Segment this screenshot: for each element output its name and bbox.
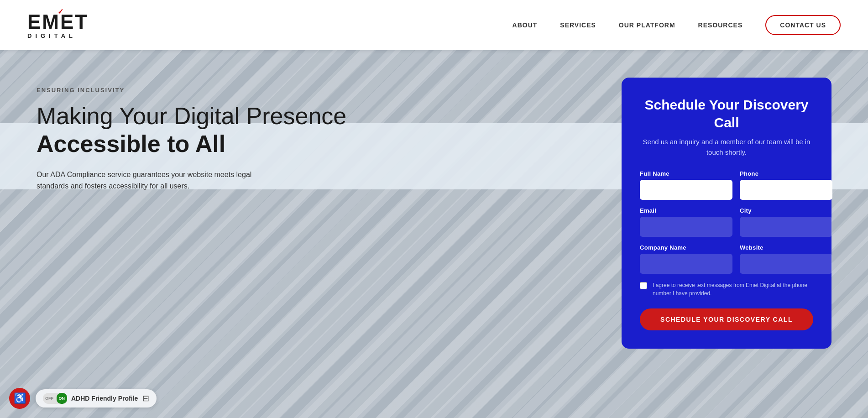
nav-resources[interactable]: RESOURCES	[698, 21, 743, 29]
hero-tagline: ENSURING INCLUSIVITY	[37, 87, 603, 94]
website-input[interactable]	[740, 254, 832, 274]
email-input[interactable]	[640, 217, 732, 237]
form-title: Schedule Your Discovery Call	[640, 96, 813, 131]
form-subtitle: Send us an inquiry and a member of our t…	[640, 137, 813, 157]
person-icon: ♿	[14, 392, 26, 404]
city-label: City	[740, 207, 832, 214]
consent-row: I agree to receive text messages from Em…	[640, 281, 813, 298]
form-group-company: Company Name	[640, 244, 732, 274]
nav-platform[interactable]: OUR PLATFORM	[619, 21, 675, 29]
nav-about[interactable]: ABOUT	[512, 21, 538, 29]
form-row-2: Email City	[640, 207, 813, 237]
hero-description: Our ADA Compliance service guarantees yo…	[37, 169, 274, 192]
consent-checkbox[interactable]	[640, 282, 647, 289]
logo-checkmark-icon: ✓	[58, 8, 65, 16]
site-header: EM✓ET DIGITAL ABOUT SERVICES OUR PLATFOR…	[0, 0, 868, 50]
form-group-fullname: Full Name	[640, 170, 732, 200]
logo-main-text: EM✓ET	[27, 12, 89, 32]
hero-section: ENSURING INCLUSIVITY Making Your Digital…	[37, 78, 603, 192]
logo-sub-text: DIGITAL	[27, 33, 89, 39]
website-label: Website	[740, 244, 832, 251]
company-label: Company Name	[640, 244, 732, 251]
phone-label: Phone	[740, 170, 832, 177]
form-group-phone: Phone	[740, 170, 832, 200]
discovery-form-card: Schedule Your Discovery Call Send us an …	[622, 78, 831, 349]
accessibility-toggle-panel: OFF ON ADHD Friendly Profile ⊟	[36, 389, 157, 408]
logo: EM✓ET DIGITAL	[27, 12, 89, 39]
submit-button[interactable]: SCHEDULE YOUR DISCOVERY CALL	[640, 308, 813, 330]
profile-icon[interactable]: ⊟	[142, 393, 149, 403]
form-row-1: Full Name Phone	[640, 170, 813, 200]
accessibility-bar: ♿ OFF ON ADHD Friendly Profile ⊟	[9, 388, 157, 409]
form-row-3: Company Name Website	[640, 244, 813, 274]
accessibility-icon[interactable]: ♿	[9, 388, 30, 409]
form-group-website: Website	[740, 244, 832, 274]
logo-e: E	[27, 10, 42, 33]
contact-us-button[interactable]: CONTACT US	[765, 15, 841, 35]
form-group-email: Email	[640, 207, 732, 237]
hero-title-line2: Accessible to All	[37, 130, 603, 157]
toggle-off-label: OFF	[45, 396, 53, 401]
toggle-track[interactable]: OFF ON	[43, 393, 67, 404]
city-input[interactable]	[740, 217, 832, 237]
nav-services[interactable]: SERVICES	[560, 21, 596, 29]
main-nav: ABOUT SERVICES OUR PLATFORM RESOURCES CO…	[512, 15, 841, 35]
accessibility-profile-label: ADHD Friendly Profile	[71, 395, 138, 402]
logo-m-wrapper: M✓	[42, 12, 60, 32]
hero-title-line1: Making Your Digital Presence	[37, 103, 603, 130]
form-group-city: City	[740, 207, 832, 237]
fullname-label: Full Name	[640, 170, 732, 177]
fullname-input[interactable]	[640, 180, 732, 200]
consent-text: I agree to receive text messages from Em…	[653, 281, 813, 298]
logo-area: EM✓ET DIGITAL	[27, 12, 89, 39]
company-input[interactable]	[640, 254, 732, 274]
main-content: ENSURING INCLUSIVITY Making Your Digital…	[0, 50, 868, 349]
email-label: Email	[640, 207, 732, 214]
phone-input[interactable]	[740, 180, 832, 200]
toggle-on-label: ON	[57, 393, 68, 404]
